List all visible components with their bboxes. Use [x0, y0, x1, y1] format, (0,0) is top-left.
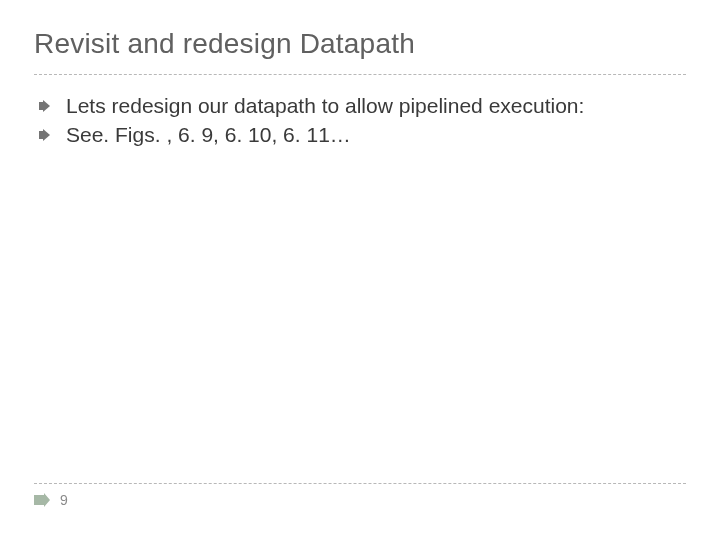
svg-rect-0: [39, 102, 43, 110]
bullet-text: Lets redesign our datapath to allow pipe…: [66, 94, 584, 117]
title-divider: [34, 74, 686, 75]
page-title: Revisit and redesign Datapath: [34, 28, 686, 60]
bullet-text: See. Figs. , 6. 9, 6. 10, 6. 11…: [66, 123, 351, 146]
svg-marker-3: [43, 129, 50, 141]
list-item: See. Figs. , 6. 9, 6. 10, 6. 11…: [38, 122, 686, 149]
bullet-icon: [38, 99, 52, 113]
bullet-icon: [38, 128, 52, 142]
svg-marker-1: [43, 100, 50, 112]
page-number: 9: [60, 492, 68, 508]
list-item: Lets redesign our datapath to allow pipe…: [38, 93, 686, 120]
svg-rect-2: [39, 131, 43, 139]
bullet-list: Lets redesign our datapath to allow pipe…: [34, 93, 686, 149]
footer-divider: [34, 483, 686, 484]
arrow-right-icon: [34, 493, 50, 507]
slide-footer: 9: [34, 483, 686, 508]
slide: Revisit and redesign Datapath Lets redes…: [0, 0, 720, 540]
svg-marker-4: [34, 493, 50, 507]
footer-row: 9: [34, 492, 686, 508]
